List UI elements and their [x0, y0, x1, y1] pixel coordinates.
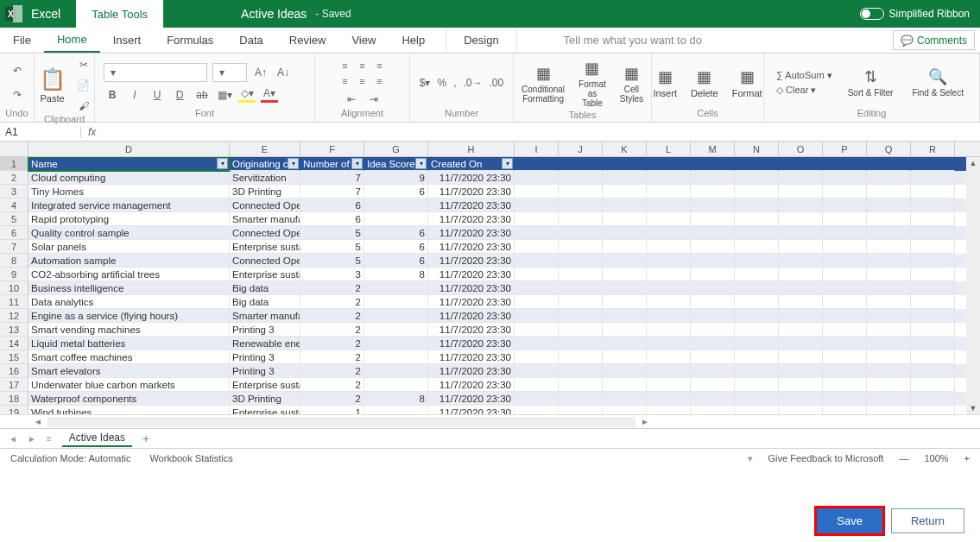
table-cell[interactable] — [364, 281, 428, 295]
row-header[interactable]: 3 — [0, 185, 28, 199]
increase-decimal-button[interactable]: .0→ — [464, 77, 483, 89]
sheet-list-icon[interactable]: ≡ — [47, 434, 52, 444]
feedback-link[interactable]: Give Feedback to Microsoft — [768, 453, 884, 463]
table-cell[interactable]: Enterprise susta — [230, 268, 300, 281]
table-header-cell[interactable]: Originating cl — [230, 157, 300, 171]
tab-data[interactable]: Data — [226, 28, 275, 53]
row-header[interactable]: 13 — [0, 323, 28, 337]
column-header[interactable]: H — [428, 142, 515, 156]
table-row[interactable]: Wind turbinesEnterprise susta111/7/2020 … — [28, 406, 980, 414]
column-header[interactable]: D — [28, 142, 230, 156]
table-cell[interactable]: 11/7/2020 23:30 — [428, 309, 515, 323]
tab-formulas[interactable]: Formulas — [154, 28, 226, 53]
filter-dropdown-icon[interactable] — [415, 158, 427, 169]
table-cell[interactable]: Connected Ope — [230, 254, 300, 268]
undo-button[interactable]: ↶ — [9, 63, 26, 79]
table-cell[interactable]: 2 — [300, 364, 364, 378]
paste-button[interactable]: 📋 Paste — [36, 66, 67, 105]
row-header[interactable]: 12 — [0, 309, 28, 323]
table-cell[interactable]: Smarter manufa — [230, 212, 300, 226]
table-cell[interactable]: Tiny Homes — [28, 185, 230, 199]
column-header[interactable]: M — [691, 142, 735, 156]
row-header[interactable]: 17 — [0, 378, 28, 392]
table-cell[interactable]: Big data — [230, 295, 300, 309]
border-button[interactable]: ▦▾ — [216, 87, 233, 103]
table-cell[interactable]: 11/7/2020 23:30 — [428, 171, 515, 185]
zoom-out-button[interactable]: — — [899, 453, 908, 463]
cell-styles-button[interactable]: ▦Cell Styles — [616, 62, 647, 105]
row-header[interactable]: 5 — [0, 212, 28, 226]
table-header-cell[interactable]: Created On — [428, 157, 515, 171]
strike-button[interactable]: ab — [193, 87, 211, 103]
column-header[interactable]: F — [300, 142, 364, 156]
tell-me-search[interactable]: Tell me what you want to do — [564, 28, 888, 53]
table-cell[interactable]: Underwater blue carbon markets — [28, 378, 230, 392]
outdent-button[interactable]: ⇤ — [343, 91, 360, 107]
table-cell[interactable]: Rapid prototyping — [28, 212, 230, 226]
table-cell[interactable]: 3 — [300, 268, 364, 281]
table-cell[interactable]: 2 — [300, 337, 364, 350]
table-cell[interactable]: 2 — [300, 309, 364, 323]
table-cell[interactable]: 11/7/2020 23:30 — [428, 392, 515, 406]
table-cell[interactable]: Servitization — [230, 171, 300, 185]
italic-button[interactable]: I — [126, 87, 143, 103]
table-cell[interactable]: 5 — [300, 240, 364, 254]
comma-button[interactable]: , — [453, 77, 456, 89]
table-cell[interactable]: Enterprise susta — [230, 378, 300, 392]
cut-button[interactable]: ✂ — [75, 57, 92, 72]
table-cell[interactable] — [364, 295, 428, 309]
table-cell[interactable]: 2 — [300, 323, 364, 337]
table-cell[interactable]: Wind turbines — [28, 406, 230, 414]
sort-filter-button[interactable]: ⇅Sort & Filter — [844, 66, 897, 99]
table-cell[interactable]: 11/7/2020 23:30 — [428, 337, 515, 350]
simplified-ribbon-toggle[interactable]: Simplified Ribbon — [860, 8, 970, 20]
table-row[interactable]: Solar panelsEnterprise susta5611/7/2020 … — [28, 240, 980, 254]
column-header[interactable]: N — [735, 142, 779, 156]
table-row[interactable]: Data analyticsBig data211/7/2020 23:30 — [28, 295, 980, 309]
row-header[interactable]: 1 — [0, 157, 28, 171]
row-header[interactable]: 14 — [0, 337, 28, 350]
table-cell[interactable]: 6 — [364, 185, 428, 199]
table-cell[interactable] — [364, 212, 428, 226]
row-header[interactable]: 19 — [0, 406, 28, 414]
return-button[interactable]: Return — [891, 508, 964, 533]
tab-view[interactable]: View — [338, 28, 389, 53]
fx-icon[interactable]: fx — [81, 126, 103, 138]
table-row[interactable]: Waterproof components3D Printing2811/7/2… — [28, 392, 980, 406]
table-cell[interactable]: 11/7/2020 23:30 — [428, 185, 515, 199]
font-color-button[interactable]: A▾ — [261, 87, 278, 103]
sheet-tab-active[interactable]: Active Ideas — [62, 430, 132, 447]
font-family-select[interactable]: ▾ — [104, 63, 207, 82]
decrease-decimal-button[interactable]: .00 — [490, 77, 504, 89]
filter-dropdown-icon[interactable] — [502, 158, 513, 169]
autosum-button[interactable]: ∑ AutoSum ▾ — [776, 70, 832, 81]
row-header[interactable]: 18 — [0, 392, 28, 406]
table-cell[interactable]: 7 — [300, 171, 364, 185]
table-cell[interactable]: 11/7/2020 23:30 — [428, 406, 515, 414]
table-cell[interactable] — [364, 378, 428, 392]
table-cell[interactable]: 6 — [364, 226, 428, 240]
row-header[interactable]: 16 — [0, 364, 28, 378]
table-cell[interactable]: 6 — [300, 212, 364, 226]
vertical-scrollbar[interactable]: ▲ ▼ — [966, 157, 980, 414]
decrease-font-button[interactable]: A↓ — [275, 65, 292, 80]
table-cell[interactable]: Solar panels — [28, 240, 230, 254]
tab-file[interactable]: File — [0, 28, 44, 53]
table-cell[interactable]: Smarter manufa — [230, 309, 300, 323]
bold-button[interactable]: B — [104, 87, 121, 103]
column-header[interactable]: I — [515, 142, 559, 156]
table-cell[interactable]: CO2-absorbing artificial trees — [28, 268, 230, 281]
table-cell[interactable]: 3D Printing — [230, 185, 300, 199]
table-cell[interactable]: 6 — [364, 254, 428, 268]
table-cell[interactable]: 6 — [364, 240, 428, 254]
table-header-cell[interactable]: Idea Score — [364, 157, 428, 171]
workbook-stats[interactable]: Workbook Statistics — [149, 453, 232, 463]
table-cell[interactable]: Smart vending machines — [28, 323, 230, 337]
percent-button[interactable]: % — [437, 77, 446, 89]
table-cell[interactable]: Automation sample — [28, 254, 230, 268]
table-row[interactable]: Smart coffee machinesPrinting 3211/7/202… — [28, 350, 980, 364]
table-cell[interactable]: Smart coffee machines — [28, 350, 230, 364]
align-buttons[interactable]: ≡≡≡≡≡≡ — [338, 59, 388, 88]
underline-button[interactable]: U — [149, 87, 166, 103]
table-cell[interactable]: Printing 3 — [230, 350, 300, 364]
